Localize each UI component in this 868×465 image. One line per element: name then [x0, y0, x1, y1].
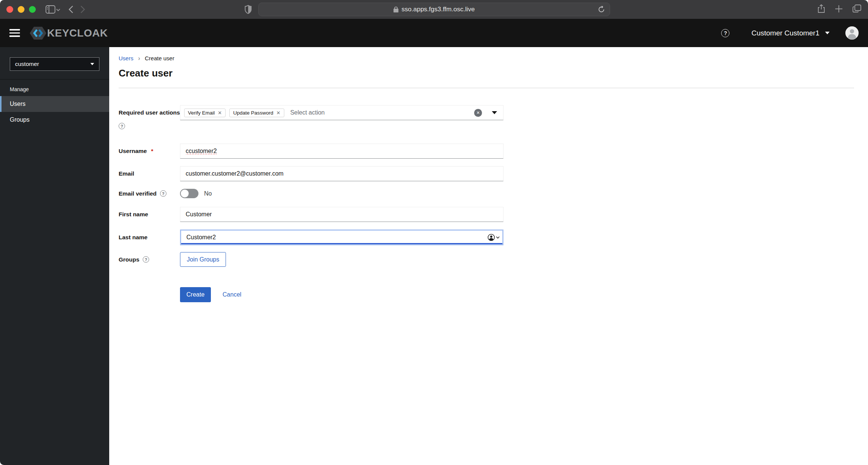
forward-icon[interactable] [80, 5, 85, 14]
last-name-row: Last name [119, 229, 854, 245]
tab-overview-icon[interactable] [853, 5, 861, 14]
required-actions-row: Required user actions ? Verify Email ✕ U… [119, 105, 854, 129]
last-name-label: Last name [119, 234, 148, 241]
toggle-knob [181, 190, 189, 197]
required-actions-multiselect[interactable]: Verify Email ✕ Update Password ✕ Select … [180, 105, 503, 120]
keycloak-hexagon-icon [30, 26, 46, 41]
username-row: Username * [119, 144, 854, 159]
email-input[interactable] [180, 166, 503, 181]
chip-update-password: Update Password ✕ [229, 109, 284, 117]
groups-label: Groups [119, 256, 139, 263]
privacy-shield-icon[interactable] [245, 5, 252, 15]
sidebar: customer Manage Users Groups [0, 47, 109, 465]
email-verified-row: Email verified ? No [119, 189, 854, 198]
help-icon[interactable]: ? [119, 123, 125, 129]
chevron-down-icon [90, 63, 94, 65]
email-verified-toggle[interactable] [180, 189, 198, 198]
browser-toolbar: sso.apps.fgs3.ffm.osc.live [0, 0, 868, 19]
form-actions: Create Cancel [180, 287, 854, 302]
required-actions-label: Required user actions [119, 109, 180, 116]
browser-window: sso.apps.fgs3.ffm.osc.live [0, 0, 868, 465]
username-input[interactable] [180, 144, 503, 159]
multiselect-placeholder[interactable]: Select action [290, 109, 325, 116]
user-menu-button[interactable]: Customer Customer1 [751, 29, 830, 37]
address-text: sso.apps.fgs3.ffm.osc.live [401, 6, 474, 13]
nav-section-label: Manage [0, 80, 109, 96]
username-label: Username [119, 148, 147, 154]
groups-label-cell: Groups ? [119, 256, 180, 263]
chip-label: Update Password [233, 110, 273, 116]
breadcrumb: Users › Create user [119, 55, 854, 61]
remove-chip-icon[interactable]: ✕ [218, 110, 222, 115]
reload-icon[interactable] [598, 6, 605, 15]
help-icon[interactable]: ? [721, 29, 729, 37]
clear-all-icon[interactable]: ✕ [474, 109, 482, 117]
avatar[interactable] [845, 26, 859, 40]
keycloak-logo[interactable]: KEYCLOAK [30, 26, 108, 41]
email-verified-label-cell: Email verified ? [119, 190, 180, 197]
lock-icon [394, 6, 398, 12]
first-name-label: First name [119, 211, 148, 218]
create-button[interactable]: Create [180, 287, 211, 302]
close-window-button[interactable] [6, 6, 13, 13]
cancel-button[interactable]: Cancel [223, 291, 241, 298]
sidebar-chevron-icon[interactable] [56, 6, 60, 13]
first-name-row: First name [119, 207, 854, 222]
masthead: KEYCLOAK ? Customer Customer1 [0, 19, 868, 47]
required-asterisk: * [151, 148, 153, 154]
email-row: Email [119, 166, 854, 181]
masthead-right: ? Customer Customer1 [721, 26, 868, 40]
email-verified-label: Email verified [119, 190, 157, 197]
brand-text: KEYCLOAK [47, 27, 108, 39]
help-icon[interactable]: ? [160, 190, 166, 197]
share-icon[interactable] [818, 4, 825, 15]
breadcrumb-current: Create user [145, 55, 174, 61]
chip-label: Verify Email [188, 110, 215, 116]
zoom-window-button[interactable] [29, 6, 36, 13]
divider [119, 88, 854, 88]
sidebar-item-users[interactable]: Users [0, 96, 109, 112]
main-content: Users › Create user Create user Required… [109, 47, 868, 465]
first-name-input[interactable] [180, 207, 503, 222]
create-user-form: Required user actions ? Verify Email ✕ U… [119, 105, 854, 302]
required-actions-label-cell: Required user actions ? [119, 105, 180, 129]
username-label-cell: Username * [119, 148, 180, 154]
join-groups-button[interactable]: Join Groups [180, 252, 226, 267]
realm-selector-zone: customer [0, 47, 109, 80]
email-label-cell: Email [119, 170, 180, 177]
back-icon[interactable] [69, 5, 73, 14]
user-name: Customer Customer1 [751, 29, 819, 37]
chevron-right-icon: › [138, 55, 140, 62]
chevron-down-icon [825, 32, 830, 34]
toolbar-right-icons [818, 0, 861, 19]
new-tab-icon[interactable] [835, 5, 843, 14]
email-verified-state: No [204, 190, 212, 197]
sidebar-item-label: Groups [10, 116, 29, 123]
last-name-input[interactable] [180, 229, 503, 245]
page-title: Create user [119, 67, 854, 79]
sidebar-item-label: Users [10, 101, 26, 107]
traffic-lights [6, 6, 36, 13]
autofill-contact-icon[interactable] [488, 234, 500, 241]
sidebar-toggle-icon[interactable] [46, 5, 55, 14]
help-icon[interactable]: ? [143, 256, 149, 263]
groups-row: Groups ? Join Groups [119, 252, 854, 267]
email-label: Email [119, 170, 134, 177]
address-bar[interactable]: sso.apps.fgs3.ffm.osc.live [258, 3, 610, 16]
breadcrumb-users-link[interactable]: Users [119, 55, 133, 61]
realm-selector[interactable]: customer [10, 57, 99, 71]
chip-verify-email: Verify Email ✕ [184, 109, 226, 117]
sidebar-item-groups[interactable]: Groups [0, 112, 109, 128]
first-name-label-cell: First name [119, 211, 180, 218]
remove-chip-icon[interactable]: ✕ [276, 110, 281, 115]
realm-name: customer [15, 61, 39, 67]
chevron-down-icon[interactable] [492, 111, 497, 114]
minimize-window-button[interactable] [18, 6, 24, 13]
global-nav-toggle-icon[interactable] [9, 29, 20, 37]
last-name-label-cell: Last name [119, 234, 180, 241]
